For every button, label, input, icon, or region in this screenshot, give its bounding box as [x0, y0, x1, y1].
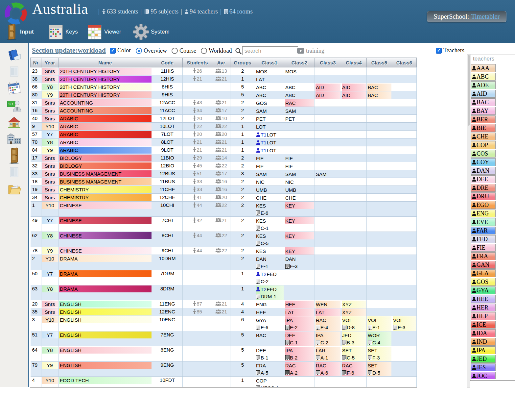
cell-class2[interactable]: RAC	[284, 99, 315, 107]
teacher-chip-BAC[interactable]: BAC	[471, 98, 496, 106]
cell-name[interactable]: BIOLOGY	[59, 154, 152, 162]
cell-class2[interactable]: LAT	[284, 308, 315, 316]
cell-class4[interactable]: XYZ	[341, 300, 367, 308]
cell-name[interactable]: CHINESE	[59, 217, 152, 232]
cell-class3[interactable]: AID	[315, 83, 341, 91]
cell-name[interactable]: FOOD TECH	[59, 377, 152, 388]
cell-class2[interactable]: FIE	[284, 162, 315, 170]
cell-class1[interactable]: ABC	[255, 91, 284, 99]
col-header-class6[interactable]: Class6	[392, 58, 417, 67]
teacher-chip-IPA[interactable]: IPA	[471, 346, 496, 354]
teacher-chip-COP[interactable]: COP	[471, 141, 496, 149]
table-row[interactable]: 4Y10FOOD TECH10FDT1COPHECS-1	[31, 377, 417, 388]
cell-class1[interactable]: UMB	[255, 186, 284, 194]
cell-class3[interactable]: WEN	[315, 300, 341, 308]
cell-class2[interactable]: ABC	[284, 91, 315, 99]
cell-class2[interactable]: CHE	[284, 194, 315, 202]
cell-class5[interactable]: WORC-4	[367, 331, 392, 346]
table-row[interactable]: 51Y7ENGLISH7ENG5BACDEEC-1IPAC-2JEDB-3WOR…	[31, 331, 417, 346]
cell-name[interactable]: ENGLISH	[59, 346, 152, 361]
teacher-chip-FIE[interactable]: FIE	[471, 244, 496, 252]
teacher-chip-FED[interactable]: FED	[471, 235, 496, 243]
cell-class1[interactable]: T2FEDC-2	[255, 270, 284, 285]
cell-class2[interactable]: KEY	[284, 202, 315, 217]
cell-class4[interactable]: AID	[341, 91, 367, 99]
cell-class4[interactable]: AID	[341, 83, 367, 91]
cell-class1[interactable]: FIE	[255, 154, 284, 162]
cell-name[interactable]: CHEMISTRY	[59, 194, 152, 202]
sidebar-folder-icon[interactable]	[7, 182, 22, 196]
sidebar-house-icon[interactable]	[7, 115, 22, 129]
table-row[interactable]: 70Y8ARABIC8LOT21211T1LOT	[31, 138, 417, 146]
cell-name[interactable]: ARABIC	[59, 123, 152, 131]
cell-class1[interactable]: T2FEDDRM-1	[255, 285, 284, 300]
cell-name[interactable]: ACCOUNTING	[59, 107, 152, 115]
teacher-chip-AID[interactable]: AID	[471, 90, 496, 98]
table-row[interactable]: 17SnrsBIOLOGY11BIO29142FIEFIE	[31, 154, 417, 162]
cell-class1[interactable]: SAM	[255, 170, 284, 178]
cell-class1[interactable]: KESC-1	[255, 217, 284, 232]
cell-class2[interactable]: DEEC-1	[284, 331, 315, 346]
table-row[interactable]: 23Snrs20TH CENTURY HISTORY11HIS26132MOSM…	[31, 67, 417, 75]
cell-class2[interactable]: FIE	[284, 154, 315, 162]
cell-class4[interactable]: VOID-8	[341, 316, 367, 331]
cell-class1[interactable]: KESE-6	[255, 202, 284, 217]
cell-name[interactable]: ARABIC	[59, 138, 152, 146]
table-row[interactable]: 1Y10CHINESE10CHI44222KESE-6KEY	[31, 202, 417, 217]
cell-class2[interactable]: HEE	[284, 300, 315, 308]
cell-class4[interactable]: XYZ	[341, 308, 367, 316]
sidebar-school-icon[interactable]	[7, 132, 22, 146]
view-radio-course[interactable]: Course	[172, 47, 196, 54]
teacher-chip-AAA[interactable]: AAA	[471, 64, 496, 72]
teacher-chip-CHE[interactable]: CHE	[471, 133, 496, 140]
sidebar-window-icon[interactable]	[7, 65, 22, 79]
cell-name[interactable]: CHEMISTRY	[59, 186, 152, 194]
radio-icon[interactable]	[201, 48, 207, 54]
col-header-students[interactable]: Students	[183, 58, 212, 67]
teacher-chip-DRE[interactable]: DRE	[471, 184, 496, 192]
teacher-chip-BER[interactable]: BER	[471, 115, 496, 123]
col-header-class4[interactable]: Class4	[341, 58, 367, 67]
table-row[interactable]: 84Y9ARABIC9LOT21211T1LOT	[31, 146, 417, 154]
cell-class4[interactable]: SETC-5	[341, 346, 367, 361]
cell-class2[interactable]: IPAB-2	[284, 346, 315, 361]
sidebar-notebook-icon[interactable]	[7, 48, 22, 62]
cell-class1[interactable]: BAC	[255, 331, 284, 346]
teacher-chip-ABC[interactable]: ABC	[471, 73, 496, 81]
cell-name[interactable]: CHINESE	[59, 247, 152, 255]
cell-class4[interactable]: RACF-6	[341, 361, 367, 377]
cell-name[interactable]: DRAMA	[59, 270, 152, 285]
table-row[interactable]: 66Y820TH CENTURY HISTORY8HIS5ABCABCAIDAI…	[31, 83, 417, 91]
teacher-chip-DEE[interactable]: DEE	[471, 175, 496, 183]
table-row[interactable]: 79Y9ENGLISH9ENG5FRAA-5RACA-2RACA-6RACF-6…	[31, 361, 417, 377]
cell-name[interactable]: ARABIC	[59, 131, 152, 138]
cell-name[interactable]: ENGLISH	[59, 331, 152, 346]
cell-name[interactable]: ENGLISH	[59, 316, 152, 331]
table-row[interactable]: 33SnrsBUSINESS MANAGEMENT12BUS51173SAMSA…	[31, 170, 417, 178]
cell-class2[interactable]: IPAE-2	[284, 316, 315, 331]
radio-icon[interactable]	[172, 48, 178, 54]
cell-name[interactable]: CHINESE	[59, 232, 152, 247]
teacher-chip-HEE[interactable]: HEE	[471, 295, 496, 303]
table-row[interactable]: 2Y10DRAMA10DRM2DANE-1DANE-3	[31, 255, 417, 270]
teacher-filter-input[interactable]	[471, 55, 515, 63]
cell-name[interactable]: 20TH CENTURY HISTORY	[59, 91, 152, 99]
col-header-class1[interactable]: Class1	[255, 58, 284, 67]
cell-name[interactable]: DRAMA	[59, 255, 152, 270]
teacher-chip-EVE[interactable]: EVE	[471, 218, 496, 226]
cell-name[interactable]: BUSINESS MANAGEMENT	[59, 178, 152, 186]
sidebar-door-icon[interactable]	[7, 149, 22, 162]
cell-class1[interactable]: T1LOT	[255, 138, 284, 146]
cell-class2[interactable]: SAM	[284, 107, 315, 115]
sidebar-window-icon[interactable]	[7, 165, 22, 179]
cell-class3[interactable]: RACE-4	[315, 316, 341, 331]
teacher-chip-GOS[interactable]: GOS	[471, 278, 496, 286]
cell-class1[interactable]: DANE-1	[255, 255, 284, 270]
cell-class3[interactable]: LAT	[315, 308, 341, 316]
cell-class2[interactable]: MOS	[284, 67, 315, 75]
table-row[interactable]: 64Y8ENGLISH8ENG5DEEB-1IPAB-2LARA-1SETC-5…	[31, 346, 417, 361]
table-row[interactable]: 9Y10ARABIC10LOT22221LOT	[31, 123, 417, 131]
cell-class3[interactable]: LARA-1	[315, 346, 341, 361]
cell-class1[interactable]: COPHECS-1	[255, 377, 284, 388]
cell-class5[interactable]: BAC	[367, 91, 392, 99]
